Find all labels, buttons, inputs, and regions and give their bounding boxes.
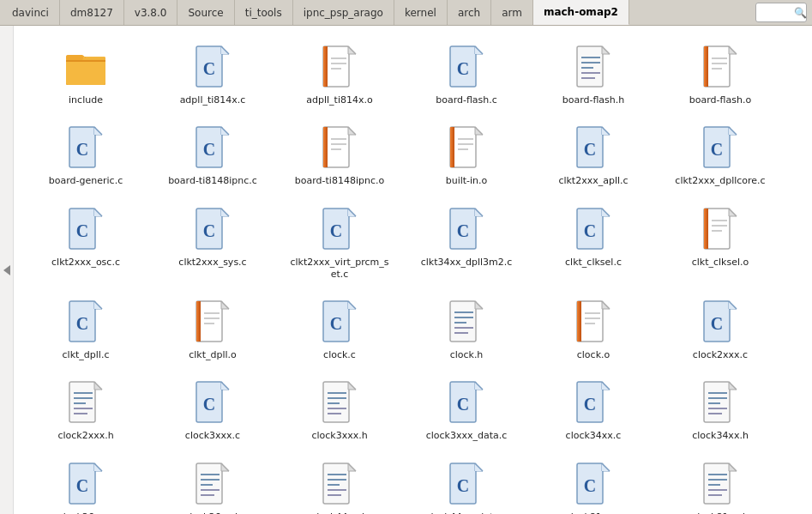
file-item[interactable]: clock2xxx.h [26, 373, 146, 447]
left-panel[interactable] [0, 26, 14, 514]
file-name: board-ti8148ipnc.o [295, 175, 384, 187]
file-item[interactable]: clock3xxx.h [280, 373, 400, 447]
file-name: board-flash.c [436, 94, 497, 106]
svg-rect-35 [704, 46, 708, 87]
tab-ipnc_psp_arago[interactable]: ipnc_psp_arago [293, 0, 394, 25]
file-item[interactable]: clock.h [406, 293, 526, 366]
file-name: clkt2xxx_sys.c [178, 257, 246, 269]
file-name: board-generic.c [49, 175, 123, 187]
file-name: clock.h [450, 349, 484, 361]
file-icon-c: C [192, 205, 233, 253]
file-item[interactable]: C clock.c [280, 293, 400, 366]
file-item[interactable]: C clkt2xxx_virt_prcm_set.c [280, 200, 400, 287]
file-item[interactable]: clkt_clksel.o [660, 200, 780, 287]
svg-text:C: C [76, 140, 88, 159]
file-item[interactable]: C clkt2xxx_apll.c [533, 118, 653, 192]
file-name: clock2xxx.h [57, 430, 113, 442]
svg-rect-23 [577, 46, 603, 87]
file-icon-c: C [446, 43, 487, 91]
svg-rect-4 [66, 55, 83, 60]
file-icon-c: C [446, 205, 487, 253]
file-name: clkt_dpll.c [63, 349, 110, 361]
file-item[interactable]: clock36xx.h [153, 455, 273, 514]
file-item[interactable]: C clock44xx_data.c [406, 455, 526, 514]
svg-text:C: C [457, 59, 469, 78]
file-icon-o [446, 124, 487, 172]
svg-text:C: C [330, 314, 342, 333]
tab-arm[interactable]: arm [491, 0, 533, 25]
file-item[interactable]: C board-flash.c [406, 38, 526, 112]
tab-kernel[interactable]: kernel [394, 0, 448, 25]
tab-source[interactable]: Source [177, 0, 234, 25]
file-name: adpll_ti814x.c [180, 94, 246, 106]
file-icon-h [573, 43, 614, 91]
svg-rect-217 [704, 463, 730, 504]
file-item[interactable]: C clkt34xx_dpll3m2.c [406, 200, 526, 287]
file-item[interactable]: C clkt_dpll.c [26, 293, 146, 366]
file-item[interactable]: C clkt2xxx_sys.c [153, 200, 273, 287]
tab-arch[interactable]: arch [448, 0, 491, 25]
file-item[interactable]: C clock3xxx_data.c [406, 373, 526, 447]
file-item[interactable]: include [26, 38, 146, 112]
file-name: clock34xx.c [566, 430, 622, 442]
search-input[interactable] [760, 8, 794, 18]
svg-rect-104 [704, 209, 708, 249]
file-name: clkt_dpll.o [189, 349, 237, 361]
file-name: include [69, 94, 103, 106]
file-item[interactable]: board-flash.h [533, 38, 653, 112]
file-icon-c: C [573, 205, 614, 253]
file-item[interactable]: adpll_ti814x.o [280, 38, 400, 112]
tab-dm8127[interactable]: dm8127 [60, 0, 124, 25]
svg-rect-191 [196, 463, 222, 504]
file-item[interactable]: C clock36xx.c [26, 455, 146, 514]
file-name: clock2xxx.c [693, 349, 748, 361]
file-item[interactable]: board-flash.o [660, 38, 780, 112]
file-browser[interactable]: include C adpll_ti814x.c adpll_ti814x.o … [14, 26, 812, 514]
svg-text:C: C [584, 476, 596, 495]
file-item[interactable]: C clock34xx.c [533, 373, 653, 447]
file-name: clkt2xxx_dpllcore.c [675, 175, 765, 187]
file-item[interactable]: C board-ti8148ipnc.c [153, 118, 273, 192]
search-box[interactable]: 🔍 [755, 3, 807, 22]
file-name: built-in.o [446, 175, 488, 187]
svg-text:C: C [76, 221, 88, 240]
file-name: clkt2xxx_virt_prcm_set.c [288, 257, 391, 281]
file-icon-c: C [319, 298, 360, 346]
file-icon-o [573, 298, 614, 346]
file-item[interactable]: C clkt2xxx_osc.c [26, 200, 146, 287]
file-item[interactable]: built-in.o [406, 118, 526, 192]
file-item[interactable]: board-ti8148ipnc.o [280, 118, 400, 192]
file-item[interactable]: C clock2xxx.c [660, 293, 780, 366]
file-item[interactable]: clock34xx.h [660, 373, 780, 447]
file-icon-o [319, 43, 360, 91]
file-item[interactable]: C adpll_ti814x.c [153, 38, 273, 112]
file-icon-c: C [573, 124, 614, 172]
file-item[interactable]: clock44xx.h [280, 455, 400, 514]
file-item[interactable]: C clock81xx.c [533, 455, 653, 514]
svg-rect-2 [66, 60, 105, 85]
file-icon-c: C [700, 298, 741, 346]
svg-text:C: C [203, 59, 215, 78]
file-item[interactable]: clock.o [533, 293, 653, 366]
file-item[interactable]: clock81xx.h [660, 455, 780, 514]
svg-rect-61 [450, 127, 454, 167]
file-name: adpll_ti814x.o [306, 94, 372, 106]
svg-text:C: C [203, 221, 215, 240]
file-item[interactable]: clkt_dpll.o [153, 293, 273, 366]
file-icon-c: C [446, 378, 487, 426]
svg-text:C: C [76, 476, 88, 495]
tab-v380[interactable]: v3.8.0 [124, 0, 178, 25]
file-item[interactable]: C clock3xxx.c [153, 373, 273, 447]
tab-mach-omap2[interactable]: mach-omap2 [533, 0, 629, 25]
file-icon-c: C [192, 124, 233, 172]
file-item[interactable]: C board-generic.c [26, 118, 146, 192]
tab-davinci[interactable]: davinci [2, 0, 60, 25]
file-item[interactable]: C clkt2xxx_dpllcore.c [660, 118, 780, 192]
svg-rect-14 [323, 46, 328, 87]
file-name: clkt34xx_dpll3m2.c [421, 257, 513, 269]
file-item[interactable]: C clkt_clksel.c [533, 200, 653, 287]
file-name: clock34xx.h [692, 430, 749, 442]
file-icon-h [446, 298, 487, 346]
tab-ti_tools[interactable]: ti_tools [235, 0, 293, 25]
svg-rect-160 [323, 382, 349, 422]
